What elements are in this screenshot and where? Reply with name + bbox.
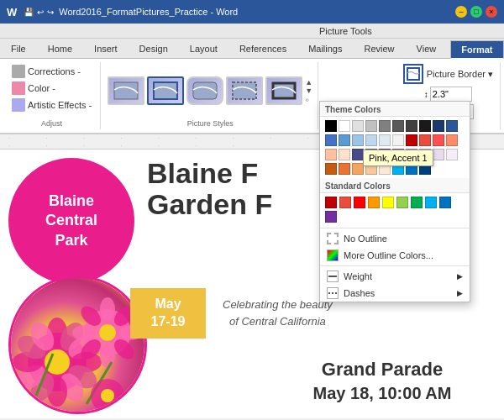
theme-color-15[interactable] (392, 134, 404, 146)
theme-color-16[interactable] (406, 134, 417, 146)
style-thumb-3[interactable] (186, 76, 223, 105)
theme-color-22[interactable] (352, 149, 364, 160)
picture-border-icon[interactable] (403, 64, 423, 84)
adjust-group: Corrections - Color - Artistic Effects -… (3, 62, 101, 129)
subtitle-line2: of Central California (223, 313, 333, 330)
save-icon[interactable]: 💾 (24, 8, 34, 17)
flower-bg (11, 278, 144, 412)
pink-circle-line3: Park (45, 231, 97, 250)
corrections-button[interactable]: Corrections - (10, 64, 82, 79)
tab-design[interactable]: Design (129, 39, 179, 58)
dropdown-expand[interactable]: ⬦ (305, 95, 312, 103)
more-colors-label: More Outline Colors... (344, 250, 433, 260)
theme-color-21[interactable] (339, 149, 350, 160)
styles-scroll: ▲ ▼ ⬦ (305, 78, 312, 103)
theme-color-14[interactable] (379, 134, 391, 146)
weight-label: Weight (344, 271, 372, 281)
weight-icon (327, 270, 339, 282)
main-title-line2: Garden F (147, 189, 272, 220)
theme-color-10[interactable] (325, 134, 337, 146)
theme-color-4[interactable] (379, 120, 391, 132)
style-thumb-2[interactable] (147, 76, 184, 105)
theme-color-18[interactable] (433, 134, 444, 146)
standard-colors-label: Standard Colors (320, 178, 470, 193)
tab-view[interactable]: View (406, 39, 448, 58)
tab-insert[interactable]: Insert (83, 39, 129, 58)
theme-color-31[interactable] (339, 163, 350, 175)
std-color-3[interactable] (368, 197, 380, 208)
picture-border-dropdown: Theme Colors Standard Colors No Outline … (319, 101, 470, 302)
redo-icon[interactable]: ↪ (47, 8, 54, 17)
theme-color-13[interactable] (365, 134, 377, 146)
theme-color-12[interactable] (352, 134, 364, 146)
std-color-8[interactable] (439, 197, 451, 208)
color-button[interactable]: Color - (10, 81, 57, 96)
svg-point-35 (101, 389, 114, 402)
theme-color-32[interactable] (352, 163, 364, 175)
subtitle-line1: Celebrating the beauty (223, 297, 333, 313)
tab-file[interactable]: File (0, 39, 37, 58)
scroll-up[interactable]: ▲ (305, 78, 312, 87)
divider-1 (320, 228, 470, 228)
divider-2 (320, 265, 470, 266)
yellow-date-box: May 17-19 (130, 288, 206, 339)
scroll-down[interactable]: ▼ (305, 87, 312, 95)
tab-mailings[interactable]: Mailings (297, 39, 353, 58)
tab-layout[interactable]: Layout (179, 39, 228, 58)
maximize-button[interactable]: □ (470, 6, 482, 18)
theme-color-3[interactable] (365, 120, 377, 132)
style-thumb-4[interactable] (226, 76, 263, 105)
std-color-4[interactable] (382, 197, 394, 208)
theme-color-29[interactable] (446, 149, 458, 160)
style-thumb-1[interactable] (108, 76, 144, 105)
tab-home[interactable]: Home (37, 39, 83, 58)
dashes-item[interactable]: Dashes ▶ (320, 285, 470, 302)
minimize-button[interactable]: – (455, 6, 467, 18)
theme-color-28[interactable] (433, 149, 444, 160)
tab-format[interactable]: Format (450, 40, 503, 59)
standard-colors-row (320, 193, 470, 226)
theme-color-6[interactable] (406, 120, 417, 132)
tab-references[interactable]: References (228, 39, 297, 58)
flower-svg (11, 278, 147, 414)
std-color-0[interactable] (325, 197, 337, 208)
artistic-effects-button[interactable]: Artistic Effects - (10, 97, 93, 113)
std-color-6[interactable] (411, 197, 423, 208)
theme-color-19[interactable] (446, 134, 458, 146)
theme-color-5[interactable] (392, 120, 404, 132)
theme-color-0[interactable] (325, 120, 337, 132)
theme-color-2[interactable] (352, 120, 364, 132)
picture-styles-label: Picture Styles (108, 119, 312, 128)
theme-color-30[interactable] (325, 163, 337, 175)
yellow-line1: May (151, 296, 186, 313)
tab-review[interactable]: Review (354, 39, 406, 58)
close-button[interactable]: × (486, 6, 497, 18)
title-bar-left: W 💾 ↩ ↪ Word2016_FormatPictures_Practice… (7, 6, 238, 18)
no-outline-item[interactable]: No Outline (320, 230, 470, 247)
theme-color-17[interactable] (419, 134, 431, 146)
color-icon (12, 81, 25, 95)
pink-circle-line2: Central (45, 211, 97, 230)
theme-color-20[interactable] (325, 149, 337, 160)
theme-color-11[interactable] (339, 134, 350, 146)
theme-color-7[interactable] (419, 120, 431, 132)
weight-item[interactable]: Weight ▶ (320, 268, 470, 285)
more-colors-item[interactable]: More Outline Colors... (320, 247, 470, 264)
picture-tools-bar: Picture Tools (0, 24, 504, 39)
std-color-7[interactable] (425, 197, 437, 208)
adjust-group-label: Adjust (10, 119, 93, 128)
border-button-row: Picture Border ▾ (403, 64, 493, 84)
theme-color-8[interactable] (433, 120, 444, 132)
std-color-1[interactable] (339, 197, 351, 208)
undo-icon[interactable]: ↩ (37, 8, 44, 17)
std-color-5[interactable] (396, 197, 408, 208)
artistic-label: Artistic Effects - (28, 100, 92, 110)
std-color-2[interactable] (354, 197, 365, 208)
theme-color-1[interactable] (339, 120, 350, 132)
style-thumb-5[interactable] (265, 76, 302, 105)
theme-color-9[interactable] (446, 120, 458, 132)
no-outline-label: No Outline (344, 234, 387, 244)
std-color-9[interactable] (325, 211, 337, 223)
picture-border-label[interactable]: Picture Border ▾ (427, 69, 493, 80)
height-input[interactable]: 2.3" (430, 87, 472, 102)
